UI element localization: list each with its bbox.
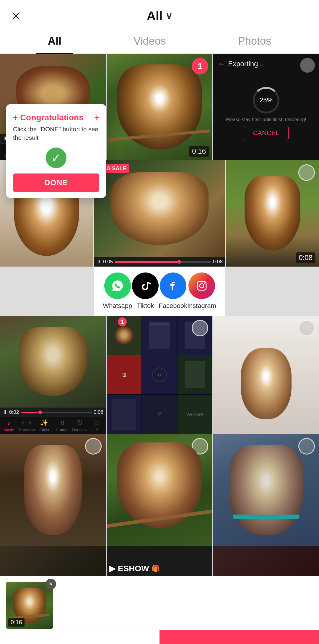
tiktok-label: Tiktok xyxy=(137,302,154,310)
bottom-action-bar: AutoCut Next xyxy=(0,630,319,644)
congrats-check-area: ✓ xyxy=(13,147,99,168)
selected-thumbnail: × 0:16 xyxy=(6,582,53,629)
media-grid: ⏸ 0:02 0:16 ♪ Music ⟷ Transition xyxy=(0,54,319,576)
grid-item-7[interactable]: ⏸ 0:02 0:08 ♪ Music ⟷ Transition xyxy=(0,316,106,434)
grid-item-13-partial[interactable] xyxy=(0,546,106,576)
svg-point-1 xyxy=(200,284,204,288)
grid-item-8[interactable]: ⊞ ○ # Welcome xyxy=(107,316,212,434)
share-row: Whatsapp Tiktok Fa xyxy=(94,267,225,316)
close-button[interactable]: × xyxy=(12,9,20,23)
tool7-duration[interactable]: ⏱ Duration xyxy=(71,417,88,434)
tab-all[interactable]: All xyxy=(36,32,73,53)
grid-row-4 xyxy=(0,434,319,546)
dropdown-chevron-icon[interactable]: ∨ xyxy=(165,10,172,22)
exporting-title-text: Exporting... xyxy=(228,60,264,68)
selected-duration-badge: 0:16 xyxy=(8,618,25,627)
select-circle-10[interactable] xyxy=(85,438,102,455)
vid5-play[interactable]: ⏸ xyxy=(96,259,101,265)
share-tiktok[interactable]: Tiktok xyxy=(132,272,159,310)
whatsapp-label: Whatsapp xyxy=(103,302,132,310)
whatsapp-icon[interactable] xyxy=(104,272,131,299)
header: × All ∨ xyxy=(0,0,319,29)
grid-item-5[interactable]: BIG SALE ⏸ 0:05 0:08 xyxy=(94,160,225,316)
vid5-timeline[interactable] xyxy=(115,261,211,263)
exporting-back-icon[interactable]: ← xyxy=(218,60,225,68)
selected-preview-area: × 0:16 xyxy=(0,576,319,630)
grid-item-10[interactable] xyxy=(0,434,106,546)
vid7-timeline[interactable] xyxy=(21,412,92,413)
congrats-plus-left: + Congratulations xyxy=(13,113,84,122)
export-note: Please stay here until finish rendering! xyxy=(226,117,306,122)
tool7-music[interactable]: ♪ Music xyxy=(0,417,17,434)
svg-point-2 xyxy=(204,283,205,284)
select-circle-9[interactable] xyxy=(298,320,315,336)
grid-item-12[interactable] xyxy=(213,434,319,546)
select-circle-3[interactable] xyxy=(300,58,315,73)
tool7-effect[interactable]: ✨ Effect xyxy=(35,417,53,434)
facebook-label: Facebook xyxy=(159,302,187,310)
share-instagram[interactable]: Instagram xyxy=(187,272,216,310)
tab-videos[interactable]: Videos xyxy=(122,32,178,53)
svg-rect-0 xyxy=(197,281,206,290)
select-circle-2[interactable]: 1 xyxy=(192,58,208,74)
vid5-end: 0:08 xyxy=(213,259,223,265)
congrats-plus-right: + xyxy=(95,113,99,122)
congrats-text: Click the "DONE" button to see the resul… xyxy=(13,125,99,142)
tool7-b[interactable]: ⊡ B xyxy=(88,417,106,434)
tiktok-icon[interactable] xyxy=(132,272,159,299)
title-text: All xyxy=(147,9,163,23)
tab-bar: All Videos Photos xyxy=(0,29,319,54)
app-notif-badge: 1 xyxy=(118,317,127,326)
share-whatsapp[interactable]: Whatsapp xyxy=(103,272,132,310)
select-circle-12[interactable] xyxy=(298,438,315,455)
select-circle-8[interactable] xyxy=(192,320,208,336)
next-button[interactable]: Next xyxy=(160,630,319,644)
grid-item-11[interactable] xyxy=(107,434,212,546)
tool7-transition[interactable]: ⟷ Transition xyxy=(17,417,35,434)
tab-photos[interactable]: Photos xyxy=(226,32,283,53)
grid-item-9[interactable] xyxy=(213,316,319,434)
remove-selected-button[interactable]: × xyxy=(45,579,56,589)
instagram-icon[interactable] xyxy=(188,272,215,299)
select-circle-6[interactable] xyxy=(298,164,315,181)
duration-badge-6: 0:08 xyxy=(296,252,315,263)
grid-item-6[interactable]: 0:08 xyxy=(226,160,319,267)
grid-item-3[interactable]: ← Exporting... 25% Please stay here unti… xyxy=(213,54,319,160)
share-facebook[interactable]: Facebook xyxy=(159,272,187,310)
duration-badge-2: 0:16 xyxy=(189,146,209,157)
vid5-current: 0:05 xyxy=(103,259,113,265)
done-button[interactable]: DONE xyxy=(13,173,99,192)
congrats-popup: + Congratulations + Click the "DONE" but… xyxy=(6,104,106,198)
grid-row-5-partial: ▶ ESHOW 🎁 xyxy=(0,546,319,576)
check-circle-icon: ✓ xyxy=(46,147,66,168)
tool7-frame[interactable]: ⊞ Frame xyxy=(53,417,71,434)
grid-item-14-partial[interactable]: ▶ ESHOW 🎁 xyxy=(107,546,212,576)
grid-item-15-partial[interactable] xyxy=(213,546,319,576)
instagram-label: Instagram xyxy=(187,302,216,310)
cancel-export-button[interactable]: CANCEL xyxy=(244,126,288,140)
grid-item-2[interactable]: 1 0:16 xyxy=(107,54,212,160)
grid-row-3: ⏸ 0:02 0:08 ♪ Music ⟷ Transition xyxy=(0,316,319,434)
export-progress-text: 25% xyxy=(260,96,273,104)
autocut-button[interactable]: AutoCut xyxy=(0,630,160,644)
facebook-icon[interactable] xyxy=(160,272,186,299)
header-title: All ∨ xyxy=(147,9,172,23)
